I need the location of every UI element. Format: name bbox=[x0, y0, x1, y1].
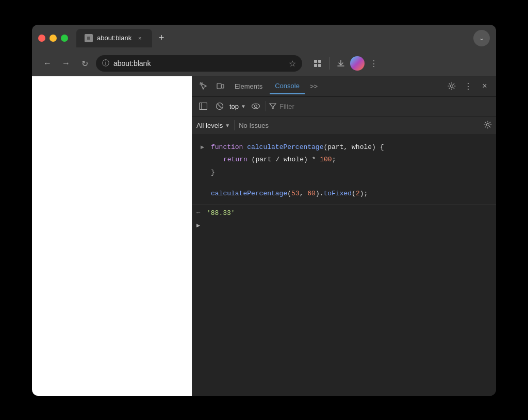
tab-more-button[interactable]: >> bbox=[307, 80, 321, 92]
profile-button[interactable] bbox=[350, 56, 365, 71]
console-expand-arrow[interactable]: ▶ bbox=[201, 143, 209, 151]
traffic-lights bbox=[38, 35, 68, 42]
devtools-tab-bar: Elements Console >> ⋮ bbox=[192, 76, 496, 97]
no-issues-label: No Issues bbox=[239, 122, 269, 129]
devtools-panel: Elements Console >> ⋮ bbox=[192, 76, 496, 396]
prompt-arrow-icon: ▶ bbox=[196, 222, 200, 229]
menu-button[interactable]: ⋮ bbox=[367, 56, 381, 71]
browser-window: about:blank × + ⌄ ← → ↻ ⓘ about:blank ☆ bbox=[32, 25, 496, 396]
clear-console-icon[interactable] bbox=[213, 99, 226, 113]
device-tool-icon[interactable] bbox=[213, 79, 227, 93]
svg-rect-1 bbox=[87, 37, 90, 40]
devtools-more-icon[interactable]: ⋮ bbox=[461, 79, 475, 93]
tab-elements[interactable]: Elements bbox=[229, 78, 268, 94]
console-output: ▶ function calculatePercentage(part, who… bbox=[192, 135, 496, 396]
address-text: about:blank bbox=[113, 59, 285, 68]
info-icon: ⓘ bbox=[102, 59, 109, 68]
console-line-call: calculatePercentage(53, 60).toFixed(2); bbox=[196, 188, 492, 200]
filter-divider bbox=[234, 120, 235, 130]
top-context-selector[interactable]: top ▼ bbox=[229, 103, 246, 110]
console-line-return: return (part / whole) * 100; bbox=[196, 154, 492, 166]
result-arrow-icon: ← bbox=[196, 209, 205, 216]
tab-favicon bbox=[85, 34, 93, 42]
svg-rect-10 bbox=[200, 103, 207, 110]
top-dropdown-arrow-icon: ▼ bbox=[241, 104, 246, 109]
filter-settings-icon[interactable] bbox=[484, 121, 492, 130]
close-button[interactable] bbox=[38, 35, 45, 42]
console-code-result: '88.33' bbox=[207, 208, 492, 219]
devtools-settings-icon[interactable] bbox=[444, 79, 459, 93]
forward-button[interactable]: → bbox=[59, 56, 73, 71]
svg-point-14 bbox=[252, 104, 259, 109]
svg-rect-3 bbox=[318, 60, 321, 63]
minimize-button[interactable] bbox=[50, 35, 57, 42]
download-button[interactable] bbox=[334, 56, 348, 71]
console-code-function: function calculatePercentage(part, whole… bbox=[211, 142, 488, 153]
svg-line-13 bbox=[218, 104, 222, 108]
console-separator bbox=[192, 205, 496, 205]
svg-point-16 bbox=[487, 123, 489, 126]
extensions-button[interactable] bbox=[310, 56, 325, 71]
filter-input[interactable] bbox=[279, 103, 492, 110]
console-code-call: calculatePercentage(53, 60).toFixed(2); bbox=[211, 189, 488, 199]
console-code-brace: } bbox=[211, 167, 488, 178]
svg-rect-5 bbox=[318, 64, 321, 67]
nav-actions: ⋮ bbox=[310, 56, 381, 71]
levels-arrow-icon: ▼ bbox=[225, 123, 230, 128]
new-tab-button[interactable]: + bbox=[154, 31, 169, 45]
reload-button[interactable]: ↻ bbox=[77, 56, 92, 71]
tab-console[interactable]: Console bbox=[270, 78, 305, 94]
bookmark-button[interactable]: ☆ bbox=[289, 59, 296, 69]
tab-dropdown-button[interactable]: ⌄ bbox=[473, 30, 490, 46]
tab-title: about:blank bbox=[97, 34, 131, 42]
console-prompt-line[interactable]: ▶ bbox=[192, 220, 496, 231]
page-content bbox=[32, 76, 192, 396]
devtools-right-actions: ⋮ × bbox=[444, 79, 492, 93]
svg-point-9 bbox=[451, 85, 453, 88]
title-bar: about:blank × + ⌄ bbox=[32, 25, 496, 52]
console-toolbar: top ▼ bbox=[192, 97, 496, 116]
tab-close-button[interactable]: × bbox=[136, 34, 144, 42]
address-bar[interactable]: ⓘ about:blank ☆ bbox=[96, 55, 302, 72]
console-line-function: ▶ function calculatePercentage(part, who… bbox=[196, 141, 492, 154]
console-bar-divider bbox=[266, 101, 266, 111]
console-filter-bar: All levels ▼ No Issues bbox=[192, 116, 496, 135]
console-block-function: ▶ function calculatePercentage(part, who… bbox=[192, 139, 496, 181]
console-code-return: return (part / whole) * 100; bbox=[211, 155, 488, 165]
maximize-button[interactable] bbox=[61, 35, 68, 42]
active-tab[interactable]: about:blank × bbox=[76, 29, 152, 47]
console-line-result: ← '88.33' bbox=[192, 207, 496, 220]
nav-bar: ← → ↻ ⓘ about:blank ☆ bbox=[32, 52, 496, 76]
filter-icon bbox=[269, 103, 276, 110]
eye-icon[interactable] bbox=[249, 99, 262, 113]
svg-rect-4 bbox=[314, 64, 317, 67]
cursor-tool-icon[interactable] bbox=[196, 79, 211, 93]
devtools-close-icon[interactable]: × bbox=[477, 79, 492, 93]
svg-rect-2 bbox=[314, 60, 317, 63]
svg-point-15 bbox=[254, 105, 257, 108]
levels-button[interactable]: All levels ▼ bbox=[196, 122, 230, 129]
console-line-brace: } bbox=[196, 166, 492, 179]
browser-content: Elements Console >> ⋮ bbox=[32, 76, 496, 396]
console-block-call: calculatePercentage(53, 60).toFixed(2); bbox=[192, 186, 496, 203]
tab-bar: about:blank × + bbox=[76, 29, 469, 47]
back-button[interactable]: ← bbox=[40, 56, 55, 71]
nav-separator bbox=[329, 57, 329, 70]
svg-rect-8 bbox=[222, 85, 224, 88]
sidebar-toggle-icon[interactable] bbox=[196, 99, 210, 113]
svg-rect-7 bbox=[217, 83, 221, 89]
